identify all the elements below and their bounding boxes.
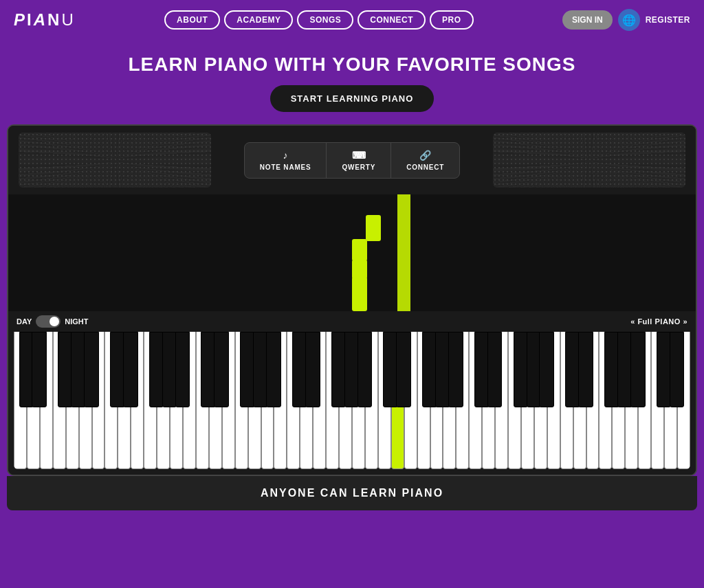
black-key[interactable]	[214, 332, 229, 407]
sign-in-btn[interactable]: SIGN IN	[562, 10, 613, 30]
nav-pro-btn[interactable]: PRO	[430, 10, 474, 30]
black-key[interactable]	[175, 332, 190, 407]
keys-wrapper	[14, 332, 690, 469]
link-icon: 🔗	[419, 150, 432, 161]
music-note-icon: ♪	[283, 150, 288, 161]
qwerty-label: QWERTY	[342, 163, 375, 171]
black-key[interactable]	[630, 332, 646, 407]
active-key-highlight	[397, 194, 410, 311]
bottom-banner: ANYONE CAN LEARN PIANO	[7, 476, 697, 510]
note-block-2	[352, 239, 367, 261]
black-key[interactable]	[32, 332, 47, 407]
black-key[interactable]	[539, 332, 554, 407]
black-key[interactable]	[448, 332, 463, 407]
note-names-btn[interactable]: ♪ NOTE NAMES	[245, 143, 327, 178]
globe-icon: 🌐	[618, 9, 640, 31]
black-key[interactable]	[578, 332, 593, 407]
toggle-switch[interactable]	[36, 315, 60, 328]
night-label: NIGHT	[65, 317, 88, 326]
connect-label: CONNECT	[406, 163, 444, 171]
full-piano-btn[interactable]: « Full PIANO »	[630, 317, 688, 326]
note-block-3	[352, 260, 367, 279]
speaker-right	[493, 133, 685, 188]
note-names-label: NOTE NAMES	[260, 163, 311, 171]
note-block-4	[352, 277, 367, 311]
start-learning-btn[interactable]: START LEARNING PIANO	[270, 85, 434, 112]
black-key[interactable]	[84, 332, 99, 407]
day-night-toggle: DAY NIGHT	[16, 315, 88, 328]
toggle-knob	[50, 317, 59, 326]
nav: ABOUT ACADEMY SONGS CONNECT PRO	[164, 10, 474, 30]
black-key[interactable]	[487, 332, 503, 407]
note-block-1	[366, 215, 381, 241]
header: PiAnU ABOUT ACADEMY SONGS CONNECT PRO SI…	[0, 0, 704, 40]
black-key[interactable]	[358, 332, 373, 407]
qwerty-btn[interactable]: ⌨ QWERTY	[327, 143, 391, 178]
logo: PiAnU	[14, 10, 76, 30]
nav-connect-btn[interactable]: CONNECT	[358, 10, 426, 30]
day-label: DAY	[16, 317, 32, 326]
black-keys	[14, 332, 690, 407]
black-key[interactable]	[396, 332, 411, 407]
controls-bar: ♪ NOTE NAMES ⌨ QWERTY 🔗 CONNECT	[244, 142, 460, 179]
bottom-banner-text: ANYONE CAN LEARN PIANO	[261, 487, 443, 499]
black-key[interactable]	[305, 332, 320, 407]
auth-area: SIGN IN 🌐 REGISTER	[562, 9, 690, 31]
nav-academy-btn[interactable]: ACADEMY	[224, 10, 293, 30]
nav-about-btn[interactable]: ABOUT	[164, 10, 220, 30]
speaker-left	[19, 133, 211, 188]
black-key[interactable]	[670, 332, 685, 407]
black-key[interactable]	[266, 332, 281, 407]
piano-controls-row: DAY NIGHT « Full PIANO »	[8, 311, 696, 332]
connect-btn[interactable]: 🔗 CONNECT	[391, 143, 459, 178]
piano-header: ♪ NOTE NAMES ⌨ QWERTY 🔗 CONNECT	[8, 126, 696, 194]
hero-title: LEARN PIANO WITH YOUR FAVORITE SONGS	[14, 54, 690, 76]
nav-songs-btn[interactable]: SONGS	[297, 10, 353, 30]
keyboard-icon: ⌨	[352, 150, 366, 161]
notes-area	[8, 194, 696, 311]
piano-keys	[8, 332, 696, 475]
piano-container: ♪ NOTE NAMES ⌨ QWERTY 🔗 CONNECT DAY	[7, 124, 697, 476]
hero-section: LEARN PIANO WITH YOUR FAVORITE SONGS STA…	[0, 40, 704, 124]
register-btn[interactable]: REGISTER	[646, 15, 690, 25]
black-key[interactable]	[123, 332, 138, 407]
